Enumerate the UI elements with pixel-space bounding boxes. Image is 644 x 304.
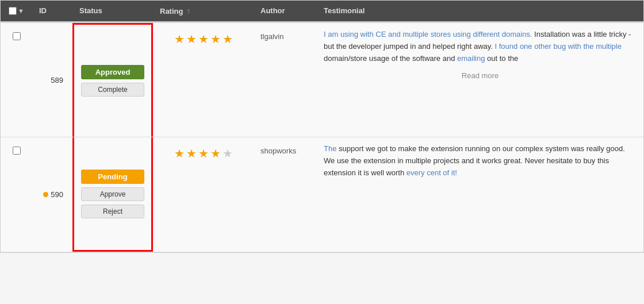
row-rating-cell: ★ ★ ★ ★ ★ [153, 23, 254, 137]
star-4: ★ [210, 147, 221, 160]
sort-up-icon: ↑ [186, 6, 190, 16]
id-header-label: ID [39, 6, 47, 15]
star-2: ★ [186, 32, 197, 46]
row-id-cell: 590 [32, 137, 72, 252]
table-header: ▼ ID Status Rating ↑ Author Testimonial [1, 1, 643, 22]
rating-header-label: Rating [160, 7, 183, 16]
header-id-col: ID [32, 1, 72, 21]
testimonial-text-normal-4: out to the [485, 54, 518, 63]
author-value: tlgalvin [260, 32, 283, 41]
pending-badge: Pending [81, 170, 144, 184]
row-checkbox[interactable] [13, 147, 21, 155]
testimonial-text-blue-3: emailing [457, 54, 485, 63]
star-5-empty: ★ [223, 147, 233, 160]
star-1: ★ [174, 147, 185, 160]
table-row: 590 Pending Approve Reject ★ ★ ★ ★ ★ sho… [1, 137, 643, 252]
row-id-value: 589 [51, 76, 63, 84]
author-header-label: Author [260, 6, 285, 15]
testimonial-text-blue-2: every cent of it! [407, 168, 457, 177]
testimonial-header-label: Testimonial [324, 6, 365, 15]
testimonial-text-blue-1: The [324, 144, 339, 153]
author-value: shopworks [260, 147, 296, 155]
star-3: ★ [198, 147, 209, 160]
row-testimonial-cell: I am using with CE and multiple stores u… [317, 23, 643, 137]
testimonial-content: The support we got to make the extension… [324, 143, 637, 179]
testimonial-text-blue-1: I am using with CE and multiple stores u… [324, 30, 534, 39]
header-check-col: ▼ [1, 1, 32, 21]
header-author-col: Author [254, 1, 317, 21]
testimonial-text-normal-1: support we got to make the extension run… [324, 144, 625, 177]
row-check-cell [1, 137, 32, 252]
row-testimonial-cell: The support we got to make the extension… [317, 137, 643, 252]
star-2: ★ [186, 147, 197, 160]
approve-button[interactable]: Approve [81, 187, 144, 201]
row-check-cell [1, 23, 32, 137]
read-more-link[interactable]: Read more [324, 69, 637, 82]
complete-button[interactable]: Complete [81, 83, 144, 97]
header-testimonial-col: Testimonial [317, 1, 643, 21]
star-rating: ★ ★ ★ ★ ★ [174, 147, 233, 160]
star-4: ★ [210, 32, 221, 46]
row-author-cell: shopworks [254, 137, 317, 252]
star-rating: ★ ★ ★ ★ ★ [174, 32, 233, 46]
header-checkbox[interactable] [9, 7, 17, 15]
row-status-cell: Pending Approve Reject [72, 137, 153, 252]
reject-button[interactable]: Reject [81, 205, 144, 218]
row-id-cell: 589 [32, 23, 72, 137]
testimonial-text-normal-2: multiple [596, 42, 622, 51]
status-header-label: Status [79, 6, 102, 15]
row-id-value: 590 [51, 190, 63, 199]
approved-badge: Approved [81, 65, 144, 79]
chevron-down-icon[interactable]: ▼ [18, 7, 24, 14]
row-rating-cell: ★ ★ ★ ★ ★ [153, 137, 254, 252]
testimonial-text-normal-3: domain/store usage of the software and [324, 54, 457, 63]
pending-dot-icon [43, 192, 48, 197]
header-rating-col[interactable]: Rating ↑ [153, 1, 254, 21]
row-status-cell: Approved Complete [72, 23, 153, 137]
table-row: 589 Approved Complete ★ ★ ★ ★ ★ tlgalvin… [1, 22, 643, 137]
testimonial-content: I am using with CE and multiple stores u… [324, 29, 637, 64]
star-1: ★ [174, 32, 185, 46]
star-5: ★ [223, 32, 233, 46]
star-3: ★ [198, 32, 209, 46]
header-status-col: Status [72, 1, 153, 21]
reviews-table: ▼ ID Status Rating ↑ Author Testimonial … [0, 0, 644, 253]
row-author-cell: tlgalvin [254, 23, 317, 137]
header-checkbox-wrap[interactable]: ▼ [9, 7, 24, 15]
testimonial-text-blue-2: I found one other bug with the [495, 42, 596, 51]
row-checkbox[interactable] [13, 32, 21, 40]
